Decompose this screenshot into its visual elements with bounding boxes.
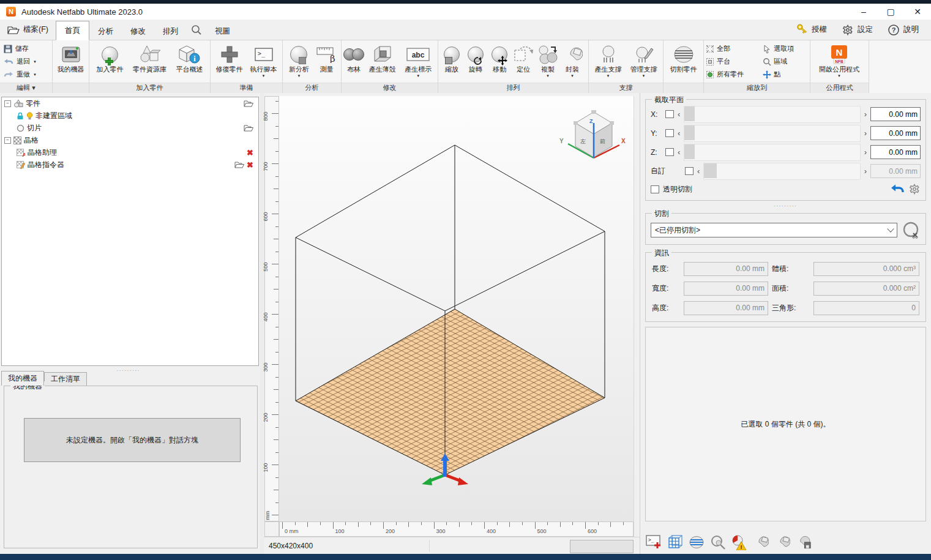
zoom-all-parts-button[interactable]: 所有零件 [706,68,762,81]
zoom-point-button[interactable]: 點 [763,68,807,81]
redo-button[interactable]: 重做 ▼ [2,68,39,81]
open-utility-button[interactable]: NNFB 開啟公用程式 ▼ [812,42,866,78]
create-label-button[interactable]: abc 產生標示 ▼ [401,42,436,78]
transparent-cut-checkbox[interactable] [651,185,659,193]
slider-thumb[interactable] [684,144,695,159]
execute-cut-button[interactable] [902,221,921,239]
minimize-button[interactable]: – [850,4,877,20]
position-button[interactable]: 定位 [512,42,535,73]
inspect-magnifier-button[interactable] [709,534,726,550]
run-script-button[interactable]: >_ 執行腳本 ▼ [247,42,280,78]
slider-left-arrow[interactable]: ‹ [678,148,680,156]
clip-x-checkbox[interactable] [665,110,674,118]
open-folder-icon[interactable] [244,100,253,107]
search-icon[interactable] [187,21,206,39]
manage-support-button[interactable]: 管理支撐 ▼ [626,42,661,78]
license-button[interactable]: 授權 [787,20,834,40]
clip-custom-checkbox[interactable] [685,167,694,175]
new-analysis-button[interactable]: 新分析 ▼ [285,42,313,78]
visibility-bulb-icon[interactable] [26,112,33,120]
tree-item-lattice-assistant[interactable]: A 晶格助理 ✖ [2,146,258,159]
packing-tool-2-button[interactable] [774,534,790,550]
clip-x-value[interactable] [870,107,921,121]
clip-settings-gear-icon[interactable] [908,183,921,195]
section-splitter-handle[interactable]: ⸱⸱⸱⸱⸱⸱⸱⸱⸱ [640,203,931,209]
new-script-button[interactable]: >_ [645,534,662,550]
slider-thumb[interactable] [684,106,695,121]
maximize-button[interactable]: ▢ [877,4,904,20]
tree-item-lattice[interactable]: − 晶格 [2,134,258,146]
slider-right-arrow[interactable]: › [864,110,867,118]
clip-y-value[interactable] [870,126,921,140]
cut-mode-select[interactable]: <已停用切割> [651,223,897,237]
slider-left-arrow[interactable]: ‹ [678,129,680,137]
clip-y-slider[interactable] [684,125,860,142]
create-shell-button[interactable]: 產生薄殼 [365,42,400,73]
delete-icon[interactable]: ✖ [247,149,253,157]
slider-left-arrow[interactable]: ‹ [678,110,680,118]
reset-undo-icon[interactable] [890,184,905,195]
add-part-button[interactable]: 加入零件 [91,42,129,73]
tab-home[interactable]: 首頁 [56,21,89,40]
save-packing-button[interactable] [795,534,812,550]
build-platform[interactable] [296,309,605,475]
clip-z-checkbox[interactable] [665,148,674,156]
cut-parts-button[interactable]: 切割零件 [665,42,701,73]
slider-right-arrow[interactable]: › [864,167,867,175]
panel-splitter-handle[interactable]: ⸱⸱⸱⸱⸱⸱⸱⸱⸱ [92,367,165,374]
settings-button[interactable]: 設定 [834,20,880,40]
help-button[interactable]: ? 說明 [880,20,926,40]
pack-button[interactable]: 封裝 ▼ [561,42,584,78]
edit-group-menu[interactable]: 編輯 ▾ [0,83,52,93]
boolean-button[interactable]: 布林 [343,42,364,73]
zoom-all-button[interactable]: 全部 [706,42,762,55]
lattice-tool-button[interactable] [667,534,683,550]
lock-icon[interactable] [17,112,24,120]
slice-view-button[interactable] [688,534,705,550]
open-folder-icon[interactable] [234,161,244,168]
close-button[interactable]: ✕ [904,4,931,20]
analysis-warning-button[interactable]: ! [731,534,747,550]
measure-button[interactable]: β 測量 [314,42,339,73]
scale-button[interactable]: 縮放 [440,42,463,73]
move-button[interactable]: 移動 [488,42,511,73]
clip-z-slider[interactable] [684,144,860,161]
tab-view[interactable]: 視圖 [206,23,239,40]
platform-overview-button[interactable]: i 平台概述 [171,42,208,73]
clip-custom-value[interactable] [870,164,921,178]
tree-item-parts[interactable]: − 零件 [2,97,258,110]
my-machines-button[interactable]: 我的機器 [54,42,87,73]
viewport-scroll-strip[interactable] [634,96,640,537]
file-menu[interactable]: 檔案(F) [0,21,56,39]
view-cube[interactable]: Z Y X 左 前 [559,110,626,158]
duplicate-button[interactable]: 複製 ▼ [536,42,560,78]
tab-analysis[interactable]: 分析 [89,23,122,40]
rotate-button[interactable]: 旋轉 [464,42,487,73]
tab-arrange[interactable]: 排列 [154,23,187,40]
slider-thumb[interactable] [704,163,717,178]
tree-item-lattice-commander[interactable]: 晶格指令器 ✖ [2,159,258,171]
slider-right-arrow[interactable]: › [864,129,867,137]
slider-left-arrow[interactable]: ‹ [697,167,700,175]
tab-my-machines[interactable]: 我的機器 [1,371,44,386]
open-folder-icon[interactable] [244,124,253,132]
save-button[interactable]: 儲存 [2,42,39,55]
tree-item-slices[interactable]: 切片 [2,122,258,134]
zoom-region-button[interactable]: 區域 [763,55,807,68]
delete-icon[interactable]: ✖ [247,161,253,169]
collapse-icon[interactable]: − [4,100,11,107]
no-machine-configured-button[interactable]: 未設定機器。開啟「我的機器」對話方塊 [24,418,241,462]
part-library-button[interactable]: 零件資源庫 [129,42,170,73]
slider-thumb[interactable] [684,125,695,140]
clip-x-slider[interactable] [684,106,860,123]
clip-y-checkbox[interactable] [665,129,674,137]
packing-tool-button[interactable] [752,534,769,550]
tab-worklist[interactable]: 工作清單 [44,372,87,386]
scene-canvas[interactable]: Z Y X 左 前 [279,96,634,521]
slider-right-arrow[interactable]: › [864,148,867,156]
tree-item-no-build-zone[interactable]: 非建置區域 [2,110,258,122]
zoom-selection-button[interactable]: 選取項 [763,42,807,55]
repair-part-button[interactable]: 修復零件 [212,42,246,73]
clip-z-value[interactable] [870,145,921,159]
tab-modify[interactable]: 修改 [122,23,154,40]
